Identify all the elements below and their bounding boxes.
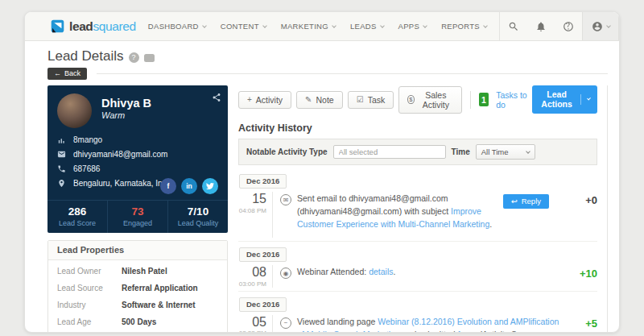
entry-body: ◉Webinar Attended: details.+10: [272, 265, 597, 288]
nav-item-label: LEADS: [350, 22, 377, 31]
lead-stat-engaged: 73Engaged: [107, 201, 167, 233]
facebook-icon[interactable]: f: [160, 178, 176, 194]
linkedin-icon[interactable]: in: [181, 178, 197, 194]
chevron-down-icon: [606, 23, 611, 28]
activity-score: +5: [562, 316, 597, 333]
nav-item-label: REPORTS: [441, 22, 480, 31]
property-label: Lead Owner: [57, 267, 122, 276]
entry-text-segment: and submitted: [400, 330, 458, 333]
entry-day: 05: [238, 315, 266, 330]
lead-email-row: dhivyamani48@gmail.com: [57, 150, 218, 159]
lead-phone-row: 687686: [57, 164, 218, 173]
bell-icon: [535, 21, 547, 32]
add-note-button[interactable]: ✎ Note: [296, 91, 343, 109]
activity-entry: 0502:33 PM−Viewed landing page Webinar (…: [238, 315, 597, 333]
app-window: lead squared DASHBOARDCONTENTMARKETINGLE…: [0, 0, 644, 336]
nav-item-dashboard[interactable]: DASHBOARD: [141, 12, 213, 40]
entry-body: ✉Sent email to dhivyamani48@gmail.com (d…: [272, 192, 597, 238]
help-icon: [563, 21, 574, 32]
leadsquared-logo[interactable]: lead squared: [51, 19, 136, 34]
add-task-button[interactable]: ☑ Task: [348, 91, 394, 109]
time-filter-label: Time: [452, 147, 470, 156]
chevron-down-icon: [380, 23, 385, 28]
activity-timeline: Dec 20161504:08 PM✉Sent email to dhivyam…: [238, 168, 597, 333]
type-filter-input[interactable]: [333, 145, 446, 159]
entry-text: Sent email to dhivyamani48@gmail.com (dh…: [297, 193, 503, 230]
activity-history-title: Activity History: [238, 122, 597, 134]
property-row-lead-age: Lead Age500 Days: [48, 313, 227, 330]
activity-filter-bar: Notable Activity Type Time All Time: [238, 139, 597, 165]
feedback-bubble-icon[interactable]: [144, 54, 155, 62]
tasks-to-do-link[interactable]: Tasks to do: [496, 90, 527, 110]
nav-item-label: CONTENT: [221, 22, 259, 31]
title-row: Lead Details ?: [47, 48, 608, 64]
user-account-button[interactable]: [582, 12, 619, 40]
nav-item-reports[interactable]: REPORTS: [434, 12, 494, 40]
activity-link[interactable]: details: [369, 267, 393, 276]
lead-stat-lead-score: 286Lead Score: [47, 201, 107, 233]
reply-button[interactable]: ↩Reply: [503, 194, 549, 209]
stat-label: Lead Quality: [168, 219, 228, 227]
add-activity-label: Activity: [256, 95, 283, 105]
share-icon: [212, 93, 221, 102]
help-button[interactable]: [555, 12, 582, 40]
entry-text-segment: Viewed landing page: [297, 317, 378, 326]
lead-temperature: Warm: [101, 110, 151, 120]
nav-item-leads[interactable]: LEADS: [343, 12, 391, 40]
nav-item-apps[interactable]: APPS: [391, 12, 435, 40]
lead-actions-button[interactable]: Lead Actions: [532, 85, 597, 114]
lead-stats: 286Lead Score73Engaged7/10Lead Quality: [47, 200, 228, 233]
back-button[interactable]: ← Back: [47, 68, 87, 80]
stat-value: 286: [47, 205, 107, 218]
time-filter-select[interactable]: All Time: [476, 144, 535, 160]
nav-item-content[interactable]: CONTENT: [213, 12, 274, 40]
activity-entry: 0803:00 PM◉Webinar Attended: details.+10: [238, 265, 597, 288]
lead-company-row: 8mango: [57, 135, 218, 144]
email-icon: [57, 150, 66, 159]
search-button[interactable]: [500, 12, 527, 40]
lead-head: Dhivya B Warm: [57, 93, 218, 128]
notifications-button[interactable]: [527, 12, 555, 40]
activity-toolbar: + Activity ✎ Note ☑ Task $: [238, 85, 597, 114]
lead-phone[interactable]: 687686: [73, 164, 100, 173]
reply-label: Reply: [522, 197, 541, 205]
back-row: ← Back: [47, 68, 608, 80]
page-help-icon[interactable]: ?: [129, 52, 139, 63]
add-sales-activity-button[interactable]: $ Sales Activity: [398, 86, 462, 114]
phone-icon: [57, 164, 66, 173]
webinar-icon: ◉: [280, 268, 291, 279]
month-chip: Dec 2016: [239, 174, 287, 189]
add-activity-button[interactable]: + Activity: [238, 91, 291, 109]
share-button[interactable]: [212, 91, 221, 106]
entry-time: 03:00 PM: [238, 280, 266, 288]
page-body: Lead Details ? ← Back: [25, 41, 619, 332]
back-label: Back: [64, 69, 80, 77]
entry-text-segment: .: [393, 267, 395, 276]
dollar-icon: $: [407, 95, 414, 104]
activity-group: Dec 20161504:08 PM✉Sent email to dhivyam…: [238, 168, 597, 238]
user-account-icon: [592, 21, 603, 32]
entry-day: 08: [238, 265, 266, 280]
chevron-down-icon: [483, 23, 488, 28]
logo-text-light: squared: [93, 19, 135, 34]
add-task-label: Task: [368, 95, 386, 105]
entry-time: 04:08 PM: [238, 207, 266, 214]
property-value: Software & Internet: [122, 301, 196, 309]
property-row-lead-owner: Lead OwnerNilesh Patel: [48, 263, 227, 280]
type-filter-label: Notable Activity Type: [246, 147, 328, 156]
stat-value: 7/10: [168, 205, 228, 218]
email-icon: ✉: [280, 194, 291, 205]
chevron-down-icon: [526, 149, 530, 154]
stat-value: 73: [108, 205, 167, 218]
twitter-icon[interactable]: [202, 178, 218, 194]
leadsquared-logo-icon: [51, 19, 64, 33]
activity-link[interactable]: form: [458, 330, 475, 333]
top-navbar: lead squared DASHBOARDCONTENTMARKETINGLE…: [25, 12, 619, 41]
nav-icons: [499, 12, 619, 40]
nav-item-label: DASHBOARD: [148, 22, 199, 31]
entry-datetime: 1504:08 PM: [238, 192, 272, 238]
lead-email[interactable]: dhivyamani48@gmail.com: [73, 150, 167, 159]
clipboard-icon: ☑: [357, 96, 364, 104]
activity-group: Dec 20160803:00 PM◉Webinar Attended: det…: [238, 241, 597, 288]
nav-item-marketing[interactable]: MARKETING: [274, 12, 343, 40]
